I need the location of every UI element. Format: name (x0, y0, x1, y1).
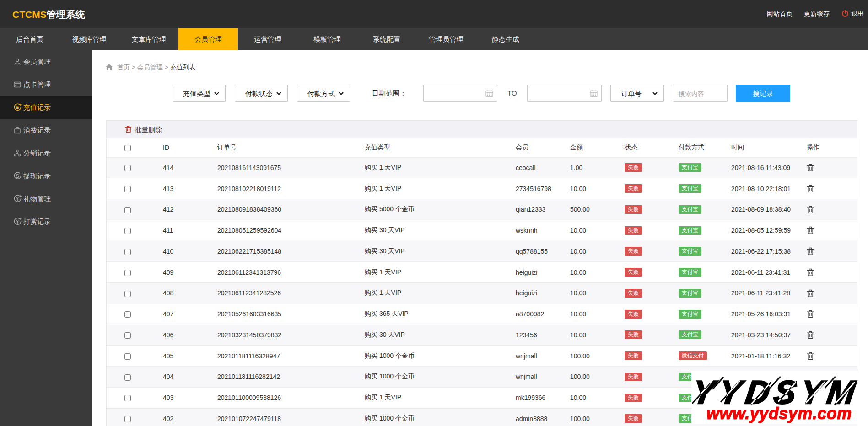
svg-text:¥: ¥ (16, 196, 19, 202)
svg-text:S: S (16, 173, 19, 179)
svg-text:¥: ¥ (16, 219, 19, 224)
svg-text:¥: ¥ (16, 105, 19, 110)
